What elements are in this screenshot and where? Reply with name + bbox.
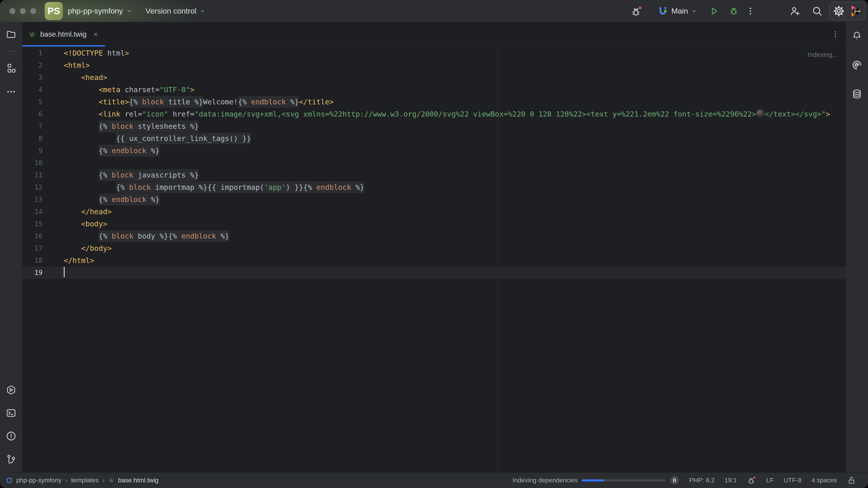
code-line[interactable]: 13 {% endblock %}	[22, 193, 846, 205]
inspections-off-bug-icon[interactable]	[747, 476, 756, 485]
phpstorm-window: PS php-pp-symfony Version control	[0, 0, 868, 488]
line-code: </head>	[54, 205, 846, 218]
line-code: {% block body %}{% endblock %}	[54, 230, 846, 242]
breadcrumb-file[interactable]: base.html.twig	[108, 477, 158, 484]
services-icon[interactable]	[3, 382, 19, 398]
code-line[interactable]: 1<!DOCTYPE html>	[22, 47, 846, 59]
line-code: {% endblock %}	[54, 144, 846, 157]
code-line[interactable]: 18</html>	[22, 254, 846, 267]
stripe-divider	[6, 51, 16, 52]
indexing-progress-bar	[582, 480, 666, 482]
database-icon[interactable]	[849, 86, 865, 102]
code-line[interactable]: 5 <title>{% block title %}Welcome!{% end…	[22, 96, 846, 108]
encoding-widget[interactable]: UTF-8	[784, 477, 802, 484]
problems-icon[interactable]	[3, 428, 19, 444]
run-configuration-selector[interactable]: Main	[671, 6, 698, 15]
run-config-icon	[657, 6, 668, 17]
code-line[interactable]: 8 {{ ux_controller_link_tags() }}	[22, 132, 846, 144]
notifications-bell-icon[interactable]	[849, 28, 865, 44]
line-code: {{ ux_controller_link_tags() }}	[54, 132, 846, 144]
debug-button[interactable]	[728, 6, 739, 17]
line-number: 3	[22, 71, 54, 84]
project-folder-icon[interactable]	[3, 26, 19, 42]
status-bar: php-pp-symfony › templates › base.html.t…	[0, 472, 868, 488]
more-vertical-icon[interactable]	[745, 6, 755, 16]
tab-options-more-icon[interactable]	[830, 22, 841, 46]
code-line[interactable]: 19	[22, 267, 846, 279]
indexing-progress: Indexing dependencies	[513, 476, 679, 485]
line-code: </body>	[54, 242, 846, 254]
code-line[interactable]: 15 <body>	[22, 218, 846, 230]
code-line[interactable]: 17 </body>	[22, 242, 846, 254]
line-number: 19	[22, 267, 54, 279]
zoom-window-button[interactable]	[30, 8, 36, 14]
line-number: 2	[22, 59, 54, 71]
line-code	[54, 267, 846, 279]
status-widgets: Indexing dependencies PHP: 8.2 19:1	[513, 476, 868, 485]
more-tool-windows-icon[interactable]	[3, 84, 19, 100]
main-toolbar: Main	[631, 2, 868, 20]
breadcrumb-folder[interactable]: templates	[71, 477, 98, 484]
run-widget: Main	[657, 6, 698, 17]
line-code: </html>	[54, 254, 846, 267]
code-line[interactable]: 9 {% endblock %}	[22, 144, 846, 157]
line-code: {% endblock %}	[54, 193, 846, 205]
close-window-button[interactable]	[9, 8, 16, 14]
php-version-widget[interactable]: PHP: 8.2	[689, 477, 715, 484]
indexing-progress-label: Indexing dependencies	[513, 477, 578, 484]
ai-assistant-icon[interactable]	[849, 57, 865, 73]
editor-tab-bar: base.html.twig	[22, 22, 846, 46]
code-line[interactable]: 10	[22, 157, 846, 169]
indexing-progress-fill	[582, 480, 604, 482]
line-code: <!DOCTYPE html>	[54, 47, 846, 59]
line-number: 8	[22, 132, 54, 144]
line-number: 6	[22, 108, 54, 120]
structure-icon[interactable]	[3, 60, 19, 76]
svg-text:BRAINS: BRAINS	[854, 11, 860, 12]
line-number: 7	[22, 120, 54, 132]
caret-position-widget[interactable]: 19:1	[724, 477, 737, 484]
code-line[interactable]: 16 {% block body %}{% endblock %}	[22, 230, 846, 242]
line-code: <link rel="icon" href="data:image/svg+xm…	[54, 108, 846, 120]
project-switcher[interactable]: php-pp-symfony	[68, 6, 132, 15]
tab-base-html-twig[interactable]: base.html.twig	[22, 22, 105, 46]
search-everywhere-button[interactable]	[811, 5, 823, 17]
code-line[interactable]: 3 <head>	[22, 71, 846, 84]
no-inspections-bug-icon[interactable]	[631, 5, 643, 17]
settings-button[interactable]: JET BRAINS	[829, 2, 866, 20]
chevron-down-icon	[691, 8, 698, 14]
code-line[interactable]: 2<html>	[22, 59, 846, 71]
breadcrumb: php-pp-symfony › templates › base.html.t…	[0, 477, 158, 484]
code-line[interactable]: 11 {% block javascripts %}	[22, 169, 846, 181]
code-line[interactable]: 4 <meta charset="UTF-8">	[22, 84, 846, 96]
line-number: 15	[22, 218, 54, 230]
line-number: 5	[22, 96, 54, 108]
terminal-icon[interactable]	[3, 405, 19, 421]
line-number: 1	[22, 47, 54, 59]
line-number: 10	[22, 157, 54, 169]
close-tab-icon[interactable]	[92, 31, 99, 37]
editor-pane[interactable]: Indexing... 1<!DOCTYPE html>2<html>3 <he…	[22, 46, 846, 472]
writable-lock-icon[interactable]	[847, 476, 856, 485]
code-line[interactable]: 12 {% block importmap %}{{ importmap('ap…	[22, 181, 846, 193]
code-line[interactable]: 7 {% block stylesheets %}	[22, 120, 846, 132]
minimize-window-button[interactable]	[20, 8, 26, 14]
code-line[interactable]: 6 <link rel="icon" href="data:image/svg+…	[22, 108, 846, 120]
version-control-branch-icon[interactable]	[3, 451, 19, 467]
line-number: 14	[22, 205, 54, 218]
line-code: <body>	[54, 218, 846, 230]
add-user-button[interactable]	[789, 5, 801, 17]
code-line[interactable]: 14 </head>	[22, 205, 846, 218]
caret	[64, 267, 65, 277]
line-code: <html>	[54, 59, 846, 71]
pause-indexing-button[interactable]	[670, 476, 679, 485]
line-code	[54, 157, 846, 169]
version-control-menu[interactable]: Version control	[146, 6, 206, 15]
indent-widget[interactable]: 4 spaces	[811, 477, 837, 484]
breadcrumb-separator: ›	[65, 477, 68, 484]
run-button[interactable]	[708, 6, 719, 17]
code-lines: 1<!DOCTYPE html>2<html>3 <head>4 <meta c…	[22, 46, 846, 279]
breadcrumb-project[interactable]: php-pp-symfony	[16, 477, 62, 484]
line-separator-widget[interactable]: LF	[766, 477, 774, 484]
settings-gear-icon	[833, 5, 845, 17]
